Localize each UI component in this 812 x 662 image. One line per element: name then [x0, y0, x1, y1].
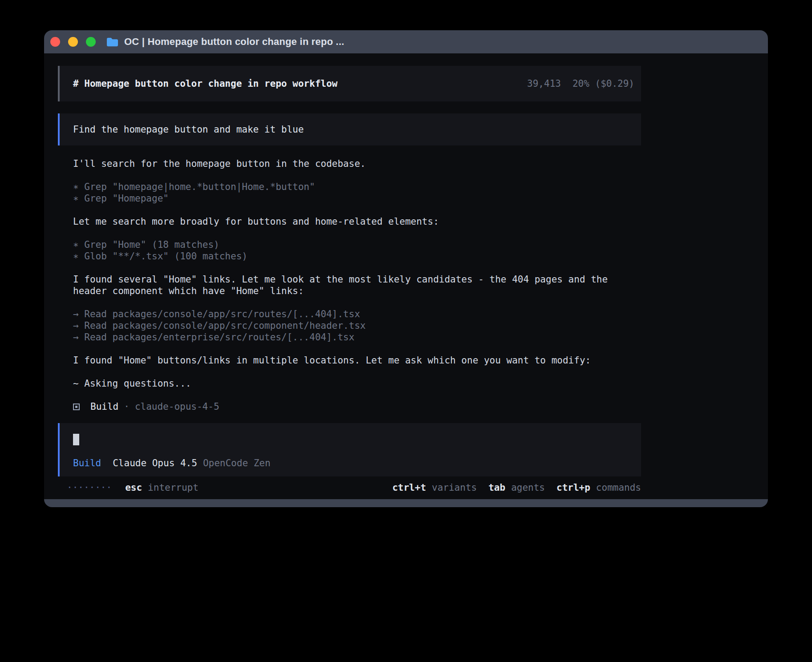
statusbar-left: ········ esc interrupt	[58, 482, 199, 493]
zoom-button[interactable]	[86, 37, 96, 47]
dot-separator: ·	[124, 401, 130, 412]
statusbar-right: ctrl+t variants tab agents ctrl+p comman…	[381, 482, 641, 493]
window-title: OC | Homepage button color change in rep…	[124, 36, 344, 48]
mode-label: Build	[73, 457, 101, 469]
shortcut-label: agents	[511, 482, 545, 493]
terminal-window: OC | Homepage button color change in rep…	[44, 30, 768, 507]
prompt-input[interactable]: Build Claude Opus 4.5 OpenCode Zen	[58, 423, 641, 476]
window-title-group: OC | Homepage button color change in rep…	[106, 36, 344, 48]
shortcut-key: tab	[488, 482, 505, 493]
assistant-text: I'll search for the homepage button in t…	[58, 158, 641, 170]
progress-dots: ········	[67, 482, 112, 493]
folder-icon	[106, 37, 118, 47]
minimize-button[interactable]	[68, 37, 78, 47]
assistant-text: Let me search more broadly for buttons a…	[58, 216, 641, 227]
shortcut-label: variants	[432, 482, 477, 493]
session-title: # Homepage button color change in repo w…	[73, 78, 337, 89]
shortcut-commands: ctrl+p commands	[556, 482, 641, 493]
tool-call-group: → Read packages/console/app/src/routes/[…	[58, 308, 768, 343]
shortcut-agents: tab agents	[488, 482, 545, 493]
interrupt-label: interrupt	[148, 482, 199, 493]
status-asking-questions: ~ Asking questions...	[58, 378, 641, 389]
tool-call: ∗ Grep "homepage|home.*button|Home.*butt…	[58, 181, 641, 193]
tool-call: ∗ Grep "Homepage"	[58, 193, 641, 204]
tool-call-read: → Read packages/console/app/src/routes/[…	[58, 308, 641, 320]
session-header: # Homepage button color change in repo w…	[58, 66, 641, 101]
text-cursor	[73, 434, 79, 445]
context-usage: 20% ($0.29)	[572, 78, 634, 89]
tool-call: ∗ Grep "Home" (18 matches)	[58, 239, 641, 250]
user-message-text: Find the homepage button and make it blu…	[73, 124, 304, 135]
model-label: Claude Opus 4.5	[113, 457, 197, 469]
desktop: OC | Homepage button color change in rep…	[0, 0, 812, 662]
agent-status-line: Build · claude-opus-4-5	[58, 401, 768, 412]
provider-label: OpenCode Zen	[203, 457, 271, 469]
tool-call-group: ∗ Grep "Home" (18 matches) ∗ Glob "**/*.…	[58, 239, 768, 262]
shortcut-label: commands	[596, 482, 641, 493]
tool-call-read: → Read packages/console/app/src/componen…	[58, 320, 641, 331]
assistant-text: I found several "Home" links. Let me loo…	[58, 274, 641, 297]
shortcut-key: ctrl+p	[556, 482, 590, 493]
assistant-text: I found "Home" buttons/links in multiple…	[58, 355, 641, 366]
shortcut-variants: ctrl+t variants	[392, 482, 477, 493]
terminal-content: # Homepage button color change in repo w…	[44, 53, 768, 499]
token-count: 39,413	[527, 78, 561, 89]
window-bottom-edge	[44, 499, 768, 507]
esc-key-hint: esc	[125, 482, 142, 493]
build-agent-icon	[73, 404, 80, 410]
agent-model: claude-opus-4-5	[135, 401, 219, 412]
tool-call-read: → Read packages/enterprise/src/routes/[.…	[58, 331, 641, 343]
shortcut-key: ctrl+t	[392, 482, 426, 493]
agent-name: Build	[90, 401, 118, 412]
statusbar: ········ esc interrupt ctrl+t variants t…	[58, 482, 641, 493]
session-stats: 39,413 20% ($0.29)	[527, 78, 634, 89]
traffic-lights	[44, 37, 96, 47]
titlebar[interactable]: OC | Homepage button color change in rep…	[44, 30, 768, 53]
tool-call: ∗ Glob "**/*.tsx" (100 matches)	[58, 250, 641, 262]
input-meta: Build Claude Opus 4.5 OpenCode Zen	[73, 457, 628, 469]
tool-call-group: ∗ Grep "homepage|home.*button|Home.*butt…	[58, 181, 768, 204]
user-message: Find the homepage button and make it blu…	[58, 113, 641, 145]
close-button[interactable]	[50, 37, 60, 47]
